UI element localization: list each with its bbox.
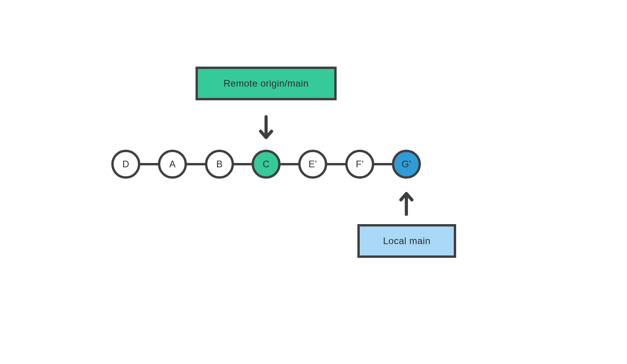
commit-node-A: A <box>158 150 187 179</box>
commit-connector <box>278 163 301 165</box>
commit-node-label: B <box>216 159 223 170</box>
commit-connector <box>232 163 254 165</box>
commit-node-Fp: F’ <box>345 150 374 179</box>
commit-node-Ep: E’ <box>298 150 327 179</box>
commit-node-C: C <box>252 150 281 179</box>
commit-node-B: B <box>205 150 234 179</box>
commit-connector <box>372 163 394 165</box>
arrow-up-icon <box>399 189 414 216</box>
commit-node-label: G’ <box>402 159 411 170</box>
commit-connector <box>185 163 207 165</box>
commit-node-label: E’ <box>308 159 317 170</box>
commit-node-Gp: G’ <box>392 150 421 179</box>
remote-branch-label: Remote origin/main <box>196 67 337 100</box>
commit-node-label: C <box>263 159 269 170</box>
arrow-down-icon <box>258 115 274 142</box>
diagram-canvas: Remote origin/main Local main DABCE’F’G’ <box>0 0 627 364</box>
commit-node-D: D <box>111 150 140 179</box>
commit-connector <box>325 163 348 165</box>
local-branch-text: Local main <box>383 235 430 246</box>
local-branch-label: Local main <box>357 224 456 258</box>
commit-node-label: A <box>169 159 176 170</box>
commit-node-label: F’ <box>356 159 364 170</box>
commit-node-label: D <box>122 159 129 170</box>
commit-connector <box>138 163 160 165</box>
remote-branch-text: Remote origin/main <box>223 78 308 89</box>
